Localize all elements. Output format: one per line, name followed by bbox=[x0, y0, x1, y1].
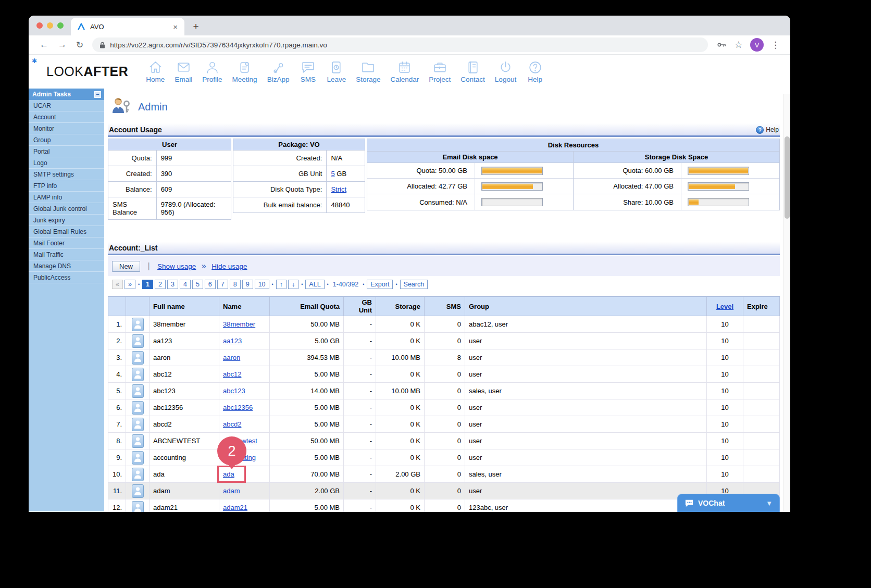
sidebar-item-mail-footer[interactable]: Mail Footer bbox=[29, 237, 104, 249]
sidebar-item-global-junk-control[interactable]: Global Junk control bbox=[29, 203, 104, 215]
level-sort-link[interactable]: Level bbox=[716, 303, 733, 310]
export-button[interactable]: Export bbox=[367, 280, 393, 289]
nav-item-home[interactable]: Home bbox=[146, 60, 165, 83]
help-link[interactable]: ? Help bbox=[756, 126, 779, 134]
pager-page-1[interactable]: 1 bbox=[142, 280, 153, 289]
row-number: 7. bbox=[108, 416, 126, 433]
sidebar-item-smtp-settings[interactable]: SMTP settings bbox=[29, 169, 104, 180]
new-tab-button[interactable]: + bbox=[189, 19, 203, 34]
bookmark-star-icon[interactable]: ☆ bbox=[730, 39, 747, 51]
account-name-link[interactable]: adam bbox=[223, 487, 240, 495]
sidebar-item-mail-traffic[interactable]: Mail Traffic bbox=[29, 249, 104, 260]
user-avatar-icon bbox=[132, 318, 144, 331]
pager-next-button[interactable]: » bbox=[125, 280, 135, 289]
chevron-down-icon[interactable]: ▼ bbox=[766, 499, 773, 507]
show-usage-link[interactable]: Show usage bbox=[157, 262, 196, 270]
pager-page-7[interactable]: 7 bbox=[217, 280, 228, 289]
nav-item-email[interactable]: Email bbox=[175, 60, 192, 83]
minimize-window-button[interactable] bbox=[47, 22, 53, 29]
pager-all-button[interactable]: ALL bbox=[305, 280, 324, 289]
back-button[interactable]: ← bbox=[35, 40, 53, 50]
nav-item-contact[interactable]: Contact bbox=[461, 60, 485, 83]
column-header-email-quota: Email Quota bbox=[270, 296, 344, 316]
maximize-window-button[interactable] bbox=[57, 22, 64, 29]
pager-page-5[interactable]: 5 bbox=[192, 280, 203, 289]
nav-item-sms[interactable]: SMS bbox=[299, 60, 317, 83]
nav-item-label: Project bbox=[429, 76, 451, 83]
pager-first-button[interactable]: « bbox=[112, 280, 123, 289]
sidebar-item-publicaccess[interactable]: PublicAccess bbox=[29, 272, 104, 283]
group-cell: user bbox=[465, 416, 707, 433]
tab-close-icon[interactable]: × bbox=[171, 22, 179, 31]
name-cell: abc12356 bbox=[219, 399, 270, 416]
browser-tab[interactable]: AVO × bbox=[71, 18, 184, 35]
app-header: ✱ LOOKAFTER HomeEmailProfileMeetingBizAp… bbox=[29, 55, 790, 89]
pager-page-4[interactable]: 4 bbox=[180, 280, 191, 289]
nav-item-meeting[interactable]: Meeting bbox=[232, 60, 257, 83]
level-cell: 10 bbox=[707, 333, 743, 349]
account-name-link[interactable]: abcd2 bbox=[223, 420, 241, 428]
sidebar-item-ftp-info[interactable]: FTP info bbox=[29, 180, 104, 192]
new-button[interactable]: New bbox=[112, 261, 140, 272]
nav-item-logout[interactable]: Logout bbox=[495, 60, 516, 83]
pager-page-3[interactable]: 3 bbox=[167, 280, 178, 289]
account-name-link[interactable]: abc123 bbox=[223, 387, 245, 395]
sidebar-item-logo[interactable]: Logo bbox=[29, 157, 104, 169]
pager-sort-down-button[interactable]: ↓ bbox=[288, 280, 298, 289]
nav-item-bizapp[interactable]: BizApp bbox=[267, 60, 290, 83]
browser-profile-avatar[interactable]: V bbox=[750, 38, 764, 52]
lock-icon bbox=[99, 42, 105, 48]
sidebar-item-junk-expiry[interactable]: Junk expiry bbox=[29, 215, 104, 226]
page-scrollbar[interactable] bbox=[783, 94, 790, 511]
search-button[interactable]: Search bbox=[400, 280, 428, 289]
nav-item-storage[interactable]: Storage bbox=[356, 60, 380, 83]
sidebar-item-global-email-rules[interactable]: Global Email Rules bbox=[29, 226, 104, 237]
browser-menu-icon[interactable]: ⋮ bbox=[767, 40, 784, 51]
reload-button[interactable]: ↻ bbox=[71, 40, 88, 51]
account-name-link[interactable]: aa123 bbox=[223, 337, 242, 345]
user-usage-table: User Quota:999Created:390Balance:609SMS … bbox=[108, 139, 231, 220]
close-window-button[interactable] bbox=[36, 22, 43, 29]
nav-item-label: Leave bbox=[327, 76, 346, 83]
package-table-link[interactable]: 5 bbox=[331, 170, 334, 178]
scrollbar-thumb[interactable] bbox=[785, 136, 790, 219]
sidebar-item-lamp-info[interactable]: LAMP info bbox=[29, 192, 104, 203]
pager-page-2[interactable]: 2 bbox=[155, 280, 166, 289]
forward-button[interactable]: → bbox=[53, 40, 71, 50]
package-table-value: 5 GB bbox=[327, 166, 365, 182]
hide-usage-link[interactable]: Hide usage bbox=[211, 262, 247, 270]
vochat-widget[interactable]: VOChat ▼ bbox=[677, 494, 780, 512]
contact-icon bbox=[466, 60, 480, 74]
password-key-icon[interactable] bbox=[713, 42, 730, 47]
expire-cell bbox=[743, 383, 780, 399]
nav-item-calendar[interactable]: Calendar bbox=[391, 60, 419, 83]
group-cell: user bbox=[465, 433, 707, 449]
sidebar-item-group[interactable]: Group bbox=[29, 134, 104, 146]
pager-page-8[interactable]: 8 bbox=[230, 280, 241, 289]
pager-page-9[interactable]: 9 bbox=[242, 280, 253, 289]
account-name-link[interactable]: abc12356 bbox=[223, 404, 253, 411]
sidebar-item-portal[interactable]: Portal bbox=[29, 146, 104, 157]
account-name-link[interactable]: adam21 bbox=[223, 504, 247, 511]
nav-item-profile[interactable]: Profile bbox=[202, 60, 222, 83]
account-name-link[interactable]: aaron bbox=[223, 354, 240, 361]
table-row: 9.accountingaccounting5.00 MB-0 K0user10 bbox=[108, 449, 780, 466]
sidebar-item-account[interactable]: Account bbox=[29, 111, 104, 123]
collapse-icon[interactable]: − bbox=[94, 91, 101, 98]
browser-window: AVO × + ← → ↻ https://vo22.agnx.com/r/v/… bbox=[29, 16, 790, 512]
sidebar-item-monitor[interactable]: Monitor bbox=[29, 123, 104, 134]
pager-page-10[interactable]: 10 bbox=[255, 280, 269, 289]
pager-page-6[interactable]: 6 bbox=[205, 280, 216, 289]
name-cell: adam21 bbox=[219, 499, 270, 512]
pager-sort-up-button[interactable]: ↑ bbox=[276, 280, 287, 289]
nav-item-help[interactable]: Help bbox=[526, 60, 544, 83]
account-name-link[interactable]: abc12 bbox=[223, 370, 241, 378]
nav-item-project[interactable]: Project bbox=[429, 60, 451, 83]
sidebar-item-manage-dns[interactable]: Manage DNS bbox=[29, 260, 104, 272]
package-table-link[interactable]: Strict bbox=[331, 185, 346, 193]
help-question-icon: ? bbox=[756, 126, 764, 134]
sidebar-item-ucar[interactable]: UCAR bbox=[29, 100, 104, 111]
account-name-link[interactable]: 38member bbox=[223, 320, 255, 328]
nav-item-leave[interactable]: Leave bbox=[327, 60, 346, 83]
url-bar[interactable]: https://vo22.agnx.com/r/v/SID573976344jx… bbox=[92, 37, 708, 52]
